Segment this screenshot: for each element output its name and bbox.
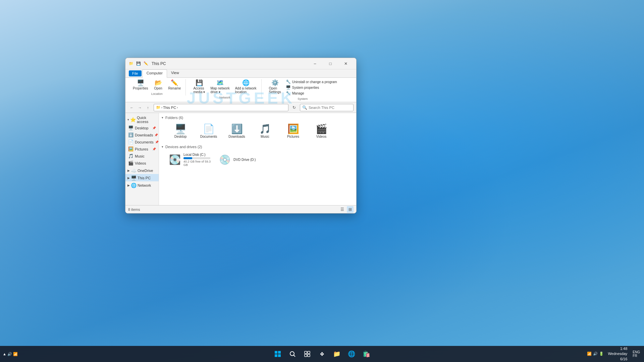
drives-section-label: Devices and drives (2): [165, 145, 202, 149]
documents-folder-label: Documents: [200, 135, 217, 139]
taskbar-sys-icons: ▲ 🔊 📶: [3, 352, 18, 356]
tab-file[interactable]: File: [129, 70, 142, 76]
dvd-drive-name: DVD Drive (D:): [233, 158, 264, 162]
store-button[interactable]: 🛍️: [360, 347, 373, 361]
drives-grid: 💽 Local Disk (C:) 40.2 GB free of 59.3 G…: [162, 152, 354, 168]
onedrive-section[interactable]: ▶ ☁️ OneDrive: [125, 167, 159, 174]
up-button[interactable]: ↑: [144, 104, 152, 111]
music-sidebar-icon: 🎵: [128, 154, 133, 159]
open-button[interactable]: 📂 Open: [152, 79, 165, 91]
folder-item-documents[interactable]: 📄 Documents: [195, 122, 222, 141]
rename-button[interactable]: ✏️ Rename: [166, 79, 183, 91]
videos-folder-icon: 🎬: [316, 124, 327, 134]
taskbar-clock[interactable]: 1:48 Wednesday6/16: [605, 346, 630, 362]
window-controls: – □ ✕: [307, 58, 354, 69]
title-bar: 📁 💾 ✏️ This PC – □ ✕: [125, 58, 356, 69]
ribbon-tabs: File Computer View: [125, 69, 356, 77]
folders-section-label: Folders (6): [165, 116, 183, 120]
sidebar-item-desktop[interactable]: 🖥️ Desktop 📌: [125, 124, 159, 131]
music-sidebar-label: Music: [135, 154, 145, 158]
address-path[interactable]: 📁 › This PC ›: [154, 104, 288, 111]
properties-button[interactable]: 🖥️ Properties: [131, 79, 150, 91]
access-media-label: Accessmedia ▾: [193, 86, 205, 94]
documents-pin-icon: 📌: [155, 140, 159, 144]
sidebar-item-documents[interactable]: 📄 Documents 📌: [125, 138, 159, 145]
svg-point-4: [290, 352, 294, 356]
search-box[interactable]: 🔍: [300, 104, 354, 111]
network-section[interactable]: ▶ 🌐 Network: [125, 181, 159, 189]
clock-date: Wednesday6/16: [608, 351, 627, 362]
videos-sidebar-icon: 🎬: [128, 161, 133, 166]
open-settings-button[interactable]: ⚙️ OpenSettings: [267, 79, 283, 95]
title-bar-quick-access: 📁 💾 ✏️: [128, 61, 149, 67]
add-network-label: Add a networklocation: [235, 86, 257, 94]
system-side-buttons: 🔧 Uninstall or change a program 🖥️ Syste…: [284, 79, 338, 96]
manage-button[interactable]: 🔧 Manage: [284, 90, 338, 96]
local-disk-name: Local Disk (C:): [183, 153, 214, 157]
pictures-sidebar-label: Pictures: [135, 147, 148, 151]
quick-access-arrow: ▾: [127, 118, 129, 121]
system-properties-label: System properties: [292, 86, 319, 89]
start-button[interactable]: [271, 347, 284, 361]
map-drive-button[interactable]: 🗺️ Map networkdrive ▾: [208, 79, 231, 95]
system-group-label: System: [298, 97, 308, 101]
settings-icon: ⚙️: [271, 80, 279, 86]
back-button[interactable]: ←: [128, 104, 136, 111]
properties-label: Properties: [133, 86, 148, 90]
folder-item-pictures[interactable]: 🖼️ Pictures: [280, 122, 307, 141]
network-sidebar-icon: 🌐: [131, 183, 137, 188]
sidebar-item-videos[interactable]: 🎬 Videos: [125, 160, 159, 167]
tab-computer[interactable]: Computer: [142, 69, 167, 78]
map-drive-icon: 🗺️: [216, 80, 224, 86]
forward-button[interactable]: →: [136, 104, 144, 111]
path-chevron2: ›: [177, 106, 178, 109]
add-network-button[interactable]: 🌐 Add a networklocation: [233, 79, 259, 95]
drive-item-c[interactable]: 💽 Local Disk (C:) 40.2 GB free of 59.3 G…: [167, 152, 216, 168]
uninstall-button[interactable]: 🔧 Uninstall or change a program: [284, 79, 338, 84]
refresh-button[interactable]: ↻: [290, 104, 298, 111]
system-properties-button[interactable]: 🖥️ System properties: [284, 85, 338, 90]
access-media-button[interactable]: 💾 Accessmedia ▾: [191, 79, 207, 95]
downloads-sidebar-icon: ⬇️: [128, 132, 133, 137]
items-count: 8 items: [128, 207, 140, 212]
maximize-button[interactable]: □: [323, 58, 338, 69]
file-explorer-taskbar-button[interactable]: 📁: [330, 347, 343, 361]
grid-view-button[interactable]: ⊞: [347, 206, 354, 213]
add-network-icon: 🌐: [242, 80, 250, 86]
widgets-button[interactable]: ❖: [315, 347, 329, 361]
task-view-button[interactable]: [301, 347, 314, 361]
search-input[interactable]: [309, 106, 355, 110]
task-view-icon: [304, 351, 310, 357]
folder-item-downloads[interactable]: ⬇️ Downloads: [223, 122, 250, 141]
sidebar-item-pictures[interactable]: 🖼️ Pictures 📌: [125, 145, 159, 153]
drive-item-d[interactable]: 💿 DVD Drive (D:): [217, 152, 266, 168]
sidebar-item-music[interactable]: 🎵 Music: [125, 153, 159, 160]
videos-folder-label: Videos: [316, 135, 326, 139]
quick-access-section[interactable]: ▾ ⭐ Quick access: [125, 114, 159, 124]
folders-arrow[interactable]: ▾: [162, 116, 163, 119]
this-pc-section[interactable]: ▶ 🖥️ This PC: [125, 174, 159, 181]
close-button[interactable]: ✕: [338, 58, 354, 69]
ribbon-content: 🖥️ Properties 📂 Open ✏️ Rename Location: [125, 77, 356, 102]
folder-item-music[interactable]: 🎵 Music: [252, 122, 278, 141]
taskbar-center: ❖ 📁 🌐 🛍️: [271, 347, 373, 361]
this-pc-arrow: ▶: [127, 176, 130, 180]
folder-item-videos[interactable]: 🎬 Videos: [308, 122, 335, 141]
downloads-pin-icon: 📌: [154, 133, 158, 137]
minimize-button[interactable]: –: [307, 58, 323, 69]
folder-item-desktop[interactable]: 🖥️ Desktop: [167, 122, 194, 141]
taskbar: ▲ 🔊 📶 ❖ 📁 🌐: [0, 346, 644, 362]
documents-sidebar-label: Documents: [135, 140, 154, 144]
tab-view[interactable]: View: [167, 69, 183, 77]
taskbar-left-sys: ▲ 🔊 📶: [3, 352, 18, 356]
sidebar-item-downloads[interactable]: ⬇️ Downloads 📌: [125, 131, 159, 138]
content-pane: ▾ Folders (6) 🖥️ Desktop 📄 Documents ⬇️ …: [159, 113, 356, 205]
sidebar: ▾ ⭐ Quick access 🖥️ Desktop 📌 ⬇️ Downloa…: [125, 113, 159, 205]
search-taskbar-button[interactable]: [286, 347, 299, 361]
drives-arrow[interactable]: ▾: [162, 145, 163, 148]
uninstall-label: Uninstall or change a program: [292, 80, 337, 84]
edge-button[interactable]: 🌐: [345, 347, 358, 361]
desktop-folder-label: Desktop: [174, 135, 187, 139]
explorer-window: 📁 💾 ✏️ This PC – □ ✕ File Computer View …: [125, 58, 357, 214]
list-view-button[interactable]: ☰: [339, 206, 345, 213]
